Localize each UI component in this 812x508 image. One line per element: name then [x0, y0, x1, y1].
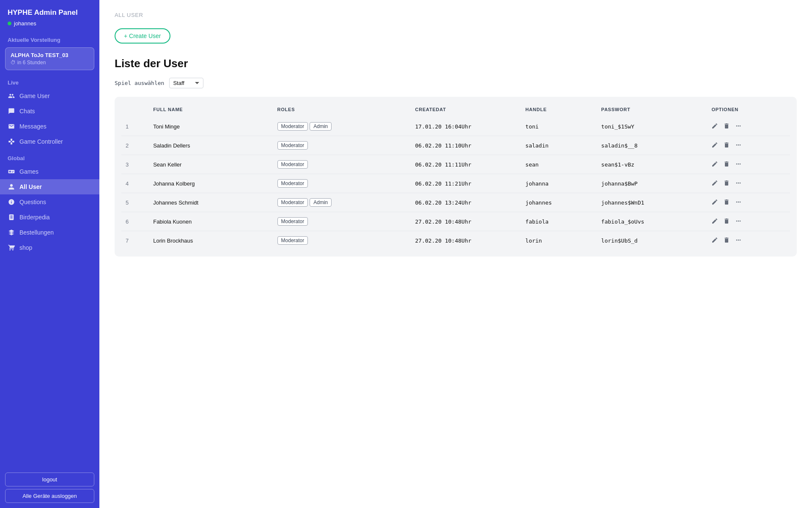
shop-icon [8, 244, 15, 251]
table-cell-roles: Moderator [273, 212, 411, 231]
edit-icon[interactable] [711, 161, 718, 169]
table-cell-handle: lorin [521, 231, 597, 250]
user-table: FULL NAME ROLES CREATEDAT HANDLE PASSWOR… [121, 104, 790, 250]
role-badge: Admin [310, 198, 332, 207]
current-show-time: ⏱ in 6 Stunden [11, 60, 89, 66]
online-status-icon [8, 22, 11, 25]
table-row: 7Lorin BrockhausModerator27.02.20 10:48U… [121, 231, 790, 250]
table-cell-password: toni_$1SwY [597, 117, 708, 136]
sidebar-header: HYPHE Admin Panel johannes [0, 0, 99, 31]
table-cell-password: johannes$WnD1 [597, 193, 708, 212]
sidebar-item-label-games: Games [19, 168, 38, 175]
table-cell-password: sean$1-vBz [597, 155, 708, 174]
sidebar-user: johannes [8, 20, 92, 27]
edit-icon[interactable] [711, 199, 718, 207]
message-icon [8, 123, 15, 130]
chat-icon [8, 107, 15, 115]
user-table-wrapper: FULL NAME ROLES CREATEDAT HANDLE PASSWOR… [115, 97, 797, 257]
table-cell-roles: Moderator [273, 174, 411, 193]
sidebar-item-bestellungen[interactable]: Bestellungen [0, 225, 99, 240]
delete-icon[interactable] [723, 180, 730, 188]
sidebar-item-label-birderpedia: Birderpedia [19, 214, 50, 221]
table-cell-num: 1 [121, 117, 149, 136]
sidebar-item-game-controller[interactable]: Game Controller [0, 134, 99, 149]
table-cell-roles: ModeratorAdmin [273, 193, 411, 212]
edit-icon[interactable] [711, 142, 718, 150]
table-cell-password: saladin$__8 [597, 136, 708, 155]
logout-button[interactable]: logout [5, 472, 94, 486]
table-header: FULL NAME ROLES CREATEDAT HANDLE PASSWOR… [121, 104, 790, 117]
table-row: 1Toni MingeModeratorAdmin17.01.20 16:04U… [121, 117, 790, 136]
filter-row: Spiel auswählen Staff Game1 Game2 [115, 78, 797, 88]
more-icon[interactable] [735, 237, 742, 245]
role-badge: Moderator [277, 198, 308, 207]
table-cell-handle: toni [521, 117, 597, 136]
sidebar-item-messages[interactable]: Messages [0, 119, 99, 134]
table-cell-roles: Moderator [273, 136, 411, 155]
edit-icon[interactable] [711, 218, 718, 226]
table-cell-options [707, 155, 790, 174]
table-cell-createdat: 27.02.20 10:48Uhr [411, 212, 521, 231]
more-icon[interactable] [735, 180, 742, 188]
sidebar-title: HYPHE Admin Panel [8, 8, 92, 17]
sidebar-item-label-game-user: Game User [19, 93, 50, 99]
table-cell-roles: Moderator [273, 231, 411, 250]
more-icon[interactable] [735, 161, 742, 169]
more-icon[interactable] [735, 199, 742, 207]
edit-icon[interactable] [711, 237, 718, 245]
info-icon [8, 198, 15, 206]
col-header-num [121, 104, 149, 117]
table-cell-createdat: 06.02.20 11:21Uhr [411, 174, 521, 193]
edit-icon[interactable] [711, 180, 718, 188]
more-icon[interactable] [735, 218, 742, 226]
sidebar-item-chats[interactable]: Chats [0, 104, 99, 119]
table-cell-name: Lorin Brockhaus [149, 231, 273, 250]
edit-icon[interactable] [711, 123, 718, 131]
sidebar-item-questions[interactable]: Questions [0, 194, 99, 210]
role-badge: Moderator [277, 141, 308, 150]
table-cell-roles: ModeratorAdmin [273, 117, 411, 136]
col-header-createdat: CREATEDAT [411, 104, 521, 117]
sidebar-username: johannes [14, 20, 36, 27]
book-icon [8, 213, 15, 221]
filter-select[interactable]: Staff Game1 Game2 [169, 78, 203, 88]
sidebar-item-birderpedia[interactable]: Birderpedia [0, 210, 99, 225]
table-cell-password: fabiola_$oUvs [597, 212, 708, 231]
all-logout-button[interactable]: Alle Geräte ausloggen [5, 489, 94, 503]
delete-icon[interactable] [723, 237, 730, 245]
table-cell-num: 5 [121, 193, 149, 212]
delete-icon[interactable] [723, 142, 730, 150]
diamond-icon [8, 229, 15, 236]
sidebar-item-shop[interactable]: shop [0, 240, 99, 255]
table-row: 4Johanna KolbergModerator06.02.20 11:21U… [121, 174, 790, 193]
table-cell-num: 2 [121, 136, 149, 155]
section-label-aktuelle: Aktuelle Vorstellung [0, 31, 99, 46]
sidebar-item-game-user[interactable]: Game User [0, 88, 99, 104]
table-cell-createdat: 06.02.20 11:10Uhr [411, 136, 521, 155]
col-header-fullname: FULL NAME [149, 104, 273, 117]
delete-icon[interactable] [723, 218, 730, 226]
table-cell-name: Toni Minge [149, 117, 273, 136]
clock-icon: ⏱ [11, 60, 16, 66]
delete-icon[interactable] [723, 199, 730, 207]
table-cell-password: johanna$BwP [597, 174, 708, 193]
people-icon [8, 92, 15, 100]
table-cell-password: lorin$UbS_d [597, 231, 708, 250]
delete-icon[interactable] [723, 123, 730, 131]
more-icon[interactable] [735, 142, 742, 150]
table-row: 6Fabiola KuonenModerator27.02.20 10:48Uh… [121, 212, 790, 231]
table-cell-createdat: 17.01.20 16:04Uhr [411, 117, 521, 136]
current-show-name: ALPHA ToJo TEST_03 [11, 52, 89, 58]
more-icon[interactable] [735, 123, 742, 131]
filter-label: Spiel auswählen [115, 80, 164, 86]
sidebar-item-label-all-user: All User [19, 183, 42, 190]
create-user-button[interactable]: + Create User [115, 28, 170, 44]
sidebar-item-all-user[interactable]: All User [0, 179, 99, 194]
live-nav: Game User Chats Messages Game Controller [0, 88, 99, 149]
role-badge: Moderator [277, 217, 308, 226]
table-cell-options [707, 117, 790, 136]
role-badge: Moderator [277, 179, 308, 188]
sidebar-item-games[interactable]: Games [0, 164, 99, 179]
delete-icon[interactable] [723, 161, 730, 169]
sidebar-item-label-bestellungen: Bestellungen [19, 229, 54, 236]
